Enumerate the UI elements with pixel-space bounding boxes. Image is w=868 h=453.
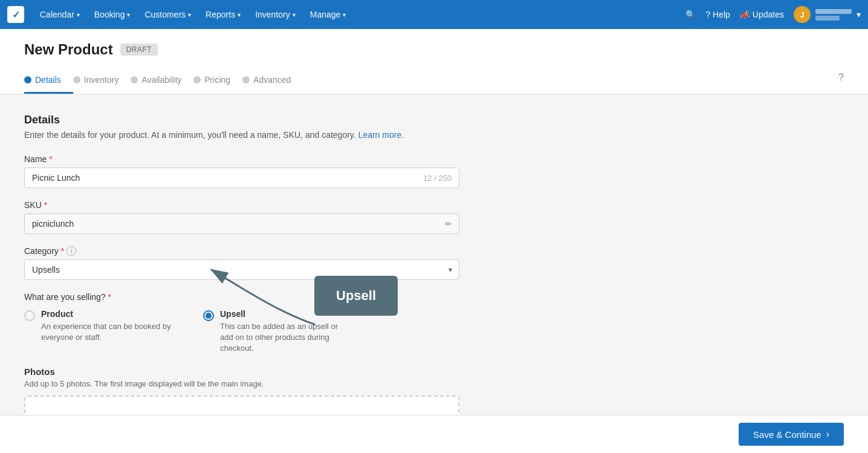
photos-title: Photos	[24, 367, 459, 377]
user-role-bar	[815, 16, 840, 21]
chevron-down-icon: ▾	[127, 11, 130, 18]
nav-booking[interactable]: Booking ▾	[88, 6, 137, 23]
section-title: Details	[24, 114, 459, 126]
step-dot-pricing	[193, 76, 201, 83]
char-count: 12 / 250	[423, 174, 452, 183]
page-header: New Product DRAFT Details Inventory Avai…	[0, 29, 868, 94]
radio-options: Product An experience that can be booked…	[24, 309, 459, 354]
product-radio-circle	[24, 310, 35, 321]
steps-tabs: Details Inventory Availability Pricing A…	[24, 68, 844, 94]
upsell-option-label: Upsell	[220, 309, 353, 319]
learn-more-link[interactable]: Learn more.	[358, 130, 404, 140]
sku-label: SKU *	[24, 200, 459, 210]
required-indicator: *	[49, 154, 52, 164]
nav-reports[interactable]: Reports ▾	[199, 6, 247, 23]
product-radio-option[interactable]: Product An experience that can be booked…	[24, 309, 174, 354]
chevron-down-icon: ▾	[857, 10, 861, 19]
category-select[interactable]: Upsells Food & Beverage Merchandise Rent…	[24, 259, 459, 280]
app-logo[interactable]: ✓	[7, 6, 24, 23]
search-button[interactable]: 🔍	[685, 10, 696, 19]
sku-input-wrapper: ✏	[24, 213, 459, 234]
step-dot-availability	[131, 76, 138, 83]
nav-right-section: 🔍 ? Help 📣 Updates J ▾	[685, 6, 861, 23]
selling-type-field-group: What are you selling? * Product An exper…	[24, 292, 459, 354]
tab-pricing[interactable]: Pricing	[193, 68, 242, 94]
avatar: J	[794, 6, 811, 23]
upsell-option-desc: This can be added as an upsell or add on…	[220, 321, 353, 354]
sku-input[interactable]	[24, 213, 459, 234]
main-content: Details Enter the details for your produ…	[0, 94, 484, 453]
nav-manage[interactable]: Manage ▾	[304, 6, 352, 23]
name-input[interactable]	[32, 173, 423, 183]
updates-icon: 📣	[740, 10, 750, 19]
upsell-radio-text: Upsell This can be added as an upsell or…	[220, 309, 353, 354]
edit-icon[interactable]: ✏	[445, 219, 452, 229]
updates-button[interactable]: 📣 Updates	[740, 10, 784, 19]
tab-details[interactable]: Details	[24, 68, 73, 94]
chevron-down-icon: ▾	[238, 11, 241, 18]
name-label: Name *	[24, 154, 459, 164]
search-icon: 🔍	[685, 10, 696, 19]
steps-help-icon[interactable]: ?	[838, 72, 844, 90]
info-icon[interactable]: i	[66, 246, 76, 256]
arrow-right-icon: ›	[826, 429, 829, 440]
step-dot-details	[24, 76, 31, 83]
tab-inventory[interactable]: Inventory	[73, 68, 131, 94]
logo-checkmark: ✓	[12, 9, 20, 21]
help-icon: ?	[705, 10, 710, 19]
user-name-block	[815, 9, 852, 21]
product-radio-text: Product An experience that can be booked…	[41, 309, 174, 354]
product-option-desc: An experience that can be booked by ever…	[41, 321, 174, 343]
sku-field-group: SKU * ✏	[24, 200, 459, 234]
step-dot-advanced	[242, 76, 250, 83]
top-navigation: ✓ Calendar ▾ Booking ▾ Customers ▾ Repor…	[0, 0, 868, 29]
selling-label: What are you selling? *	[24, 292, 459, 302]
product-option-label: Product	[41, 309, 174, 319]
upsell-radio-option[interactable]: Upsell This can be added as an upsell or…	[203, 309, 353, 354]
draft-badge: DRAFT	[120, 44, 158, 56]
category-field-group: Category * i Upsells Food & Beverage Mer…	[24, 246, 459, 280]
user-name-bar	[815, 9, 852, 14]
required-indicator: *	[44, 200, 47, 210]
page-title: New Product	[24, 41, 113, 58]
user-menu[interactable]: J ▾	[794, 6, 861, 23]
chevron-down-icon: ▾	[77, 11, 80, 18]
category-label: Category * i	[24, 246, 459, 256]
photos-desc: Add up to 5 photos. The first image disp…	[24, 379, 459, 388]
name-input-wrapper: 12 / 250	[24, 168, 459, 188]
section-description: Enter the details for your product. At a…	[24, 130, 459, 140]
save-continue-button[interactable]: Save & Continue ›	[739, 423, 844, 446]
chevron-down-icon: ▾	[188, 11, 191, 18]
tab-availability[interactable]: Availability	[131, 68, 193, 94]
chevron-down-icon: ▾	[343, 11, 346, 18]
nav-items: Calendar ▾ Booking ▾ Customers ▾ Reports…	[34, 6, 685, 23]
nav-customers[interactable]: Customers ▾	[138, 6, 197, 23]
chevron-down-icon: ▾	[293, 11, 296, 18]
step-dot-inventory	[73, 76, 80, 83]
tab-advanced[interactable]: Advanced	[242, 68, 303, 94]
name-field-group: Name * 12 / 250	[24, 154, 459, 188]
help-button[interactable]: ? Help	[705, 10, 730, 19]
page-title-row: New Product DRAFT	[24, 41, 844, 58]
required-indicator: *	[61, 246, 64, 256]
nav-calendar[interactable]: Calendar ▾	[34, 6, 86, 23]
footer-bar: Save & Continue ›	[0, 415, 868, 453]
nav-inventory[interactable]: Inventory ▾	[249, 6, 302, 23]
category-select-wrapper: Upsells Food & Beverage Merchandise Rent…	[24, 259, 459, 280]
upsell-radio-circle	[203, 310, 214, 321]
required-indicator: *	[108, 292, 111, 302]
